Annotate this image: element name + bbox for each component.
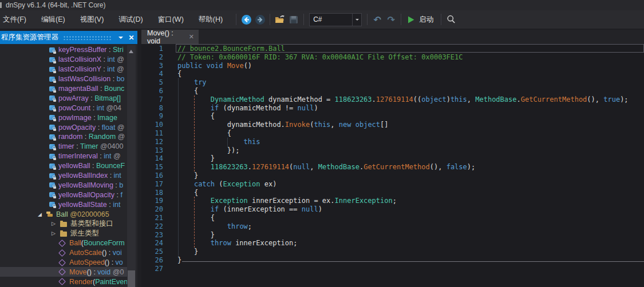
menu-item[interactable]: 帮助(H) — [191, 10, 230, 29]
code-line[interactable]: 4{ — [141, 70, 644, 78]
scrollbar-thumb[interactable] — [128, 270, 135, 287]
menu-item[interactable]: 视图(V) — [73, 10, 112, 29]
code-line[interactable]: 15 118623263.127619114(null, MethodBase.… — [141, 163, 644, 172]
language-combo-dropdown[interactable] — [352, 14, 361, 26]
back-button[interactable] — [239, 13, 253, 26]
tree-item[interactable]: timerInterval : int @ — [0, 152, 127, 161]
menu-item[interactable]: 调试(D) — [111, 10, 150, 29]
redo-button[interactable]: ↷ — [384, 13, 398, 26]
code-line[interactable]: 7 DynamicMethod dynamicMethod = 11862326… — [141, 95, 644, 104]
tree-item-label: 基类型和接口 — [70, 219, 113, 229]
expander-expanded-icon[interactable]: ◢ — [38, 212, 46, 217]
search-button[interactable] — [444, 13, 458, 26]
code-line[interactable]: 26} — [141, 256, 644, 265]
tree-item[interactable]: Ball(BounceForm — [0, 238, 127, 248]
field-icon — [49, 144, 55, 149]
code-line[interactable]: 6 { — [141, 87, 644, 95]
code-text: if (dynamicMethod != null) — [177, 104, 318, 113]
tree-item[interactable]: AutoScale() : voi — [0, 248, 127, 258]
code-line[interactable]: 16 } — [141, 172, 644, 180]
expander-collapsed-icon[interactable]: ▷ — [52, 221, 60, 226]
tree-item[interactable]: yellowBall : BounceF — [0, 161, 127, 171]
tree-item[interactable]: lastCollisionX : int @ — [0, 55, 127, 65]
code-text: Exception innerException = ex.InnerExcep… — [177, 197, 397, 205]
scrollbar-up-icon[interactable] — [129, 47, 133, 53]
panel-drag-grip[interactable] — [63, 35, 111, 40]
code-line[interactable]: 22 throw; — [141, 222, 644, 231]
code-line[interactable]: 19 Exception innerException = ex.InnerEx… — [141, 197, 644, 205]
tab-label: Move() : void — [141, 29, 187, 45]
tab-close-icon[interactable]: ✕ — [187, 33, 199, 41]
field-icon — [49, 95, 55, 101]
tree-item[interactable]: random : Random @ — [0, 132, 127, 142]
panel-menu-button[interactable] — [116, 33, 125, 42]
code-text: // bounce2.BounceForm.Ball — [177, 45, 285, 53]
code-line[interactable]: 9 { — [141, 112, 644, 121]
line-number: 4 — [141, 70, 163, 78]
tree-item[interactable]: yellowBallIndex : int — [0, 171, 127, 181]
menu-item[interactable]: 窗口(W) — [151, 10, 191, 29]
field-icon — [49, 125, 55, 130]
code-line[interactable]: 20 if (innerException == null) — [141, 205, 644, 214]
code-line[interactable]: 24 throw innerException; — [141, 239, 644, 248]
tree-item[interactable]: powImage : Image — [0, 113, 127, 122]
tree-item[interactable]: lastCollisionY : int @ — [0, 65, 127, 74]
code-line[interactable]: 2// Token: 0x0600016F RID: 367 RVA: 0x00… — [141, 53, 644, 62]
menu-item[interactable]: 编辑(E) — [34, 10, 73, 29]
tree-item[interactable]: magentaBall : Bounc — [0, 84, 127, 94]
language-combo[interactable]: C# — [309, 13, 362, 26]
code-line[interactable]: 25 } — [141, 248, 644, 256]
code-line[interactable]: 17 catch (Exception ex) — [141, 180, 644, 189]
start-button[interactable] — [404, 13, 418, 26]
tree-item[interactable]: powOpacity : float @ — [0, 122, 127, 132]
code-line[interactable]: 23 } — [141, 231, 644, 240]
panel-close-button[interactable]: ✕ — [127, 33, 136, 42]
forward-button[interactable] — [253, 13, 267, 26]
code-line[interactable]: 12 this — [141, 138, 644, 146]
tree-item[interactable]: AutoSpeed() : vo — [0, 258, 127, 268]
tree-item[interactable]: ◢Ball @02000065 — [0, 209, 127, 219]
code-line[interactable]: 11 { — [141, 129, 644, 138]
code-text: throw; — [177, 222, 252, 231]
tree-item[interactable]: Render(PaintEven — [0, 277, 127, 286]
save-all-button[interactable] — [287, 13, 301, 26]
code-line[interactable]: 21 { — [141, 214, 644, 222]
code-line[interactable]: 27 — [141, 265, 644, 273]
tree-item[interactable]: powCount : int @04 — [0, 103, 127, 113]
tree-item[interactable]: yellowBallState : int — [0, 200, 127, 209]
code-line[interactable]: 5 try — [141, 78, 644, 87]
tree-item-selected[interactable]: Move() : void @0 — [0, 267, 127, 277]
code-editor[interactable]: 1// bounce2.BounceForm.Ball2// Token: 0x… — [141, 44, 644, 287]
tree-item[interactable]: ▷基类型和接口 — [0, 219, 127, 229]
tree-item[interactable]: keyPressBuffer : Stri — [0, 45, 127, 55]
tree-item[interactable]: lastWasCollision : bo — [0, 74, 127, 84]
code-line[interactable]: 14 } — [141, 154, 644, 163]
line-number: 6 — [141, 87, 163, 95]
tree-item-label: timerInterval : int @ — [58, 152, 121, 160]
code-line[interactable]: 8 if (dynamicMethod != null) — [141, 104, 644, 113]
assembly-explorer-header[interactable]: 程序集资源管理器 ✕ — [0, 31, 137, 44]
tree-item[interactable]: yellowBallOpacity : f — [0, 190, 127, 200]
code-text: catch (Exception ex) — [177, 180, 276, 189]
expander-collapsed-icon[interactable]: ▷ — [52, 230, 60, 236]
code-line[interactable]: 10 dynamicMethod.Invoke(this, new object… — [141, 121, 644, 129]
undo-button[interactable]: ↶ — [370, 13, 384, 26]
line-number: 3 — [141, 62, 163, 70]
tree-item[interactable]: powArray : Bitmap[] — [0, 93, 127, 103]
start-button-label[interactable]: 启动 — [419, 15, 433, 25]
toolbar-separator — [236, 14, 236, 25]
code-line[interactable]: 13 }); — [141, 146, 644, 155]
code-line[interactable]: 18 { — [141, 189, 644, 197]
tab-move-void[interactable]: Move() : void ✕ — [141, 30, 199, 44]
tree-item[interactable]: yellowBallMoving : b — [0, 180, 127, 190]
tree-scrollbar[interactable] — [127, 45, 136, 287]
code-line[interactable]: 3public void Move() — [141, 62, 644, 70]
tree-item[interactable]: timer : Timer @0400 — [0, 142, 127, 152]
field-icon — [49, 57, 55, 62]
code-line[interactable]: 1// bounce2.BounceForm.Ball — [141, 45, 644, 53]
line-number: 9 — [141, 112, 163, 121]
code-lines: 1// bounce2.BounceForm.Ball2// Token: 0x… — [141, 45, 644, 273]
menu-item[interactable]: 文件(F) — [0, 10, 34, 29]
tree-item[interactable]: ▷派生类型 — [0, 229, 127, 238]
open-file-button[interactable] — [273, 13, 287, 26]
